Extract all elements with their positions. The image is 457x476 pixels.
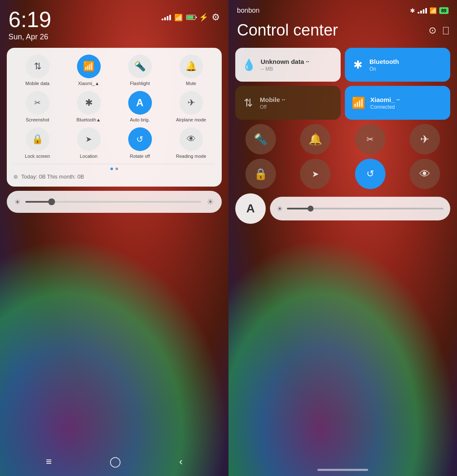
rotate-icon: ↺ xyxy=(128,127,152,151)
cc-bottom-row: A ☀ xyxy=(235,193,450,224)
qs-item-flashlight[interactable]: 🔦 Flashlight xyxy=(116,55,164,86)
qs-item-wifi[interactable]: 📶 Xiaomi_▲ xyxy=(65,55,113,86)
qs-item-screenshot[interactable]: ✂ Screenshot xyxy=(14,91,61,122)
data-usage-text: Today: 0B This month: 0B xyxy=(21,173,84,180)
brightness-bar[interactable]: ☀ ☀ xyxy=(7,191,222,213)
wifi-toggle-icon: 📶 xyxy=(77,55,101,78)
data-usage-row: Today: 0B This month: 0B xyxy=(14,173,215,180)
cc-settings-icon[interactable]: ⊙ xyxy=(429,25,436,36)
cc-tiles-row-2: ⇅ Mobile ·· Off 📶 Xiaomi_ ·· Connected xyxy=(235,86,450,120)
left-status-bar: 6:19 Sun, Apr 26 📶 ⚡ ⚙ xyxy=(0,0,228,44)
qs-item-mobile-data[interactable]: ⇅ Mobile data xyxy=(14,55,61,86)
cc-btn-reading[interactable]: 👁 xyxy=(410,159,440,189)
data-tile-subtitle: -- MB xyxy=(261,66,309,72)
signal-icon xyxy=(162,15,171,20)
right-phone: bonbon ✱ 📶 89 Control center ⊙ ⎕ 💧 xyxy=(228,0,457,476)
cc-content: 💧 Unknown data ·· -- MB ✱ Bluetooth On ⇅… xyxy=(228,48,457,224)
cc-header-icons: ⊙ ⎕ xyxy=(429,25,449,36)
brightness-fill xyxy=(25,201,52,203)
qs-item-mute[interactable]: 🔔 Mute xyxy=(167,55,215,86)
cc-brightness-low-icon: ☀ xyxy=(277,205,283,213)
flashlight-icon: 🔦 xyxy=(128,55,152,78)
cc-tile-bluetooth[interactable]: ✱ Bluetooth On xyxy=(345,48,450,82)
cc-btn-screenshot[interactable]: ✂ xyxy=(355,124,385,154)
cc-title: Control center xyxy=(237,21,338,39)
mobile-tile-title: Mobile ·· xyxy=(260,96,285,103)
cc-edit-icon[interactable]: ⎕ xyxy=(443,25,449,36)
wifi-label: Xiaomi_▲ xyxy=(78,81,99,86)
wifi-tile-title: Xiaomi_ ·· xyxy=(370,96,400,103)
screenshot-label: Screenshot xyxy=(26,117,50,122)
data-tile-text: Unknown data ·· -- MB xyxy=(261,58,309,72)
bluetooth-icon: ✱ xyxy=(77,91,101,115)
quick-settings-panel: ⇅ Mobile data 📶 Xiaomi_▲ 🔦 Flashlight 🔔 … xyxy=(7,48,222,187)
location-label: Location xyxy=(80,154,98,159)
cc-tile-data[interactable]: 💧 Unknown data ·· -- MB xyxy=(235,48,341,82)
brightness-high-icon: ☀ xyxy=(206,197,214,207)
bluetooth-status-icon: ✱ xyxy=(410,7,415,14)
cc-brightness-bar[interactable]: ☀ xyxy=(270,197,450,220)
mute-icon: 🔔 xyxy=(179,55,203,78)
cc-brightness-fill xyxy=(287,208,311,209)
brightness-track[interactable] xyxy=(25,201,201,203)
mobile-tile-text: Mobile ·· Off xyxy=(260,96,285,110)
cc-btn-rotate[interactable]: ↺ xyxy=(355,159,385,189)
cc-brightness-thumb[interactable] xyxy=(308,206,314,212)
cc-auto-brightness-btn[interactable]: A xyxy=(235,193,266,224)
qs-item-lock-screen[interactable]: 🔒 Lock screen xyxy=(14,127,61,159)
home-indicator[interactable] xyxy=(317,469,368,471)
cc-btn-lock[interactable]: 🔒 xyxy=(245,159,276,189)
qs-divider xyxy=(14,164,215,164)
wifi-tile-subtitle: Connected xyxy=(370,104,400,110)
lock-screen-label: Lock screen xyxy=(25,154,50,159)
cc-icon-grid: 🔦 🔔 ✂ ✈ 🔒 ➤ ↺ 👁 xyxy=(235,124,450,189)
qs-item-rotate[interactable]: ↺ Rotate off xyxy=(116,127,164,159)
gear-icon[interactable]: ⚙ xyxy=(212,12,220,23)
bluetooth-tile-text: Bluetooth On xyxy=(369,58,399,72)
cc-btn-flashlight[interactable]: 🔦 xyxy=(245,124,276,154)
rotate-label: Rotate off xyxy=(130,154,150,159)
menu-button[interactable]: ≡ xyxy=(46,456,52,468)
brightness-low-icon: ☀ xyxy=(14,198,20,206)
cc-btn-location[interactable]: ➤ xyxy=(300,159,330,189)
mobile-tile-subtitle: Off xyxy=(260,104,285,110)
cc-btn-airplane[interactable]: ✈ xyxy=(410,124,440,154)
page-dot-2 xyxy=(116,168,118,170)
mobile-data-label: Mobile data xyxy=(25,81,50,86)
left-phone: 6:19 Sun, Apr 26 📶 ⚡ ⚙ ⇅ Mobile data xyxy=(0,0,228,476)
flashlight-label: Flashlight xyxy=(130,81,150,86)
qs-item-airplane[interactable]: ✈ Airplane mode xyxy=(167,91,215,122)
cc-brightness-track[interactable] xyxy=(287,208,443,209)
lightning-icon: ⚡ xyxy=(199,13,208,22)
qs-item-auto-brightness[interactable]: A Auto brig. xyxy=(116,91,164,122)
brightness-thumb[interactable] xyxy=(48,198,55,205)
mobile-data-icon: ⇅ xyxy=(26,55,50,78)
bluetooth-label: Bluetooth▲ xyxy=(77,117,101,122)
location-icon: ➤ xyxy=(77,127,101,151)
data-tile-title: Unknown data ·· xyxy=(261,58,309,65)
home-button[interactable]: ◯ xyxy=(110,456,121,468)
bluetooth-tile-title: Bluetooth xyxy=(369,58,399,65)
right-status-bar: bonbon ✱ 📶 89 xyxy=(228,0,457,18)
cc-tile-wifi[interactable]: 📶 Xiaomi_ ·· Connected xyxy=(345,86,450,120)
cc-btn-mute[interactable]: 🔔 xyxy=(300,124,330,154)
qs-item-bluetooth[interactable]: ✱ Bluetooth▲ xyxy=(65,91,113,122)
bluetooth-tile-subtitle: On xyxy=(369,66,399,72)
auto-brightness-icon: A xyxy=(128,91,152,115)
page-dot-1 xyxy=(110,168,113,170)
battery-percentage: 89 xyxy=(439,7,449,14)
cc-tile-mobile[interactable]: ⇅ Mobile ·· Off xyxy=(235,86,341,120)
bluetooth-tile-icon: ✱ xyxy=(352,58,364,72)
quick-settings-grid: ⇅ Mobile data 📶 Xiaomi_▲ 🔦 Flashlight 🔔 … xyxy=(14,55,215,159)
qs-item-location[interactable]: ➤ Location xyxy=(65,127,113,159)
data-tile-icon: 💧 xyxy=(242,58,256,72)
qs-item-reading-mode[interactable]: 👁 Reading mode xyxy=(167,127,215,159)
status-icons: 📶 ⚡ ⚙ xyxy=(162,8,220,23)
screenshot-icon: ✂ xyxy=(26,91,50,115)
back-button[interactable]: ‹ xyxy=(179,456,182,468)
battery-icon xyxy=(186,15,195,20)
cc-tiles-row-1: 💧 Unknown data ·· -- MB ✱ Bluetooth On xyxy=(235,48,450,82)
wifi-status-icon: 📶 xyxy=(429,7,437,14)
signal-strength-icon xyxy=(418,8,427,14)
wifi-tile-icon: 📶 xyxy=(352,96,365,110)
